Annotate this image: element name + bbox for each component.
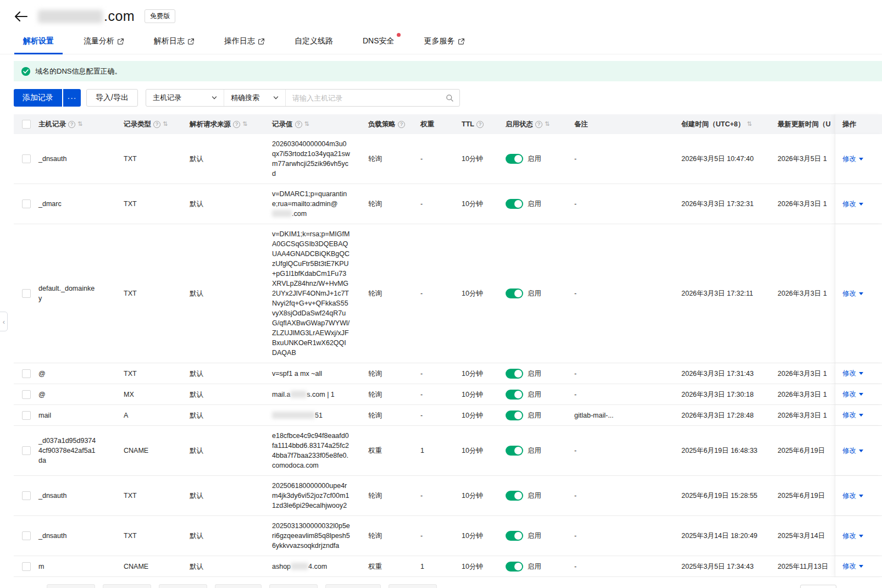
record-value: v=DMARC1;p=quarantine;rua=mailto:admin@.… bbox=[272, 189, 350, 219]
status-toggle[interactable] bbox=[506, 199, 523, 209]
column-label: 备注 bbox=[574, 119, 588, 129]
batch-button-批量删除[interactable]: 批量删除 bbox=[389, 584, 437, 588]
caret-down-icon bbox=[859, 393, 863, 396]
status-toggle[interactable] bbox=[506, 531, 523, 541]
sort-icon[interactable]: ⇅ bbox=[304, 119, 309, 129]
import-export-button[interactable]: 导入/导出 bbox=[86, 89, 138, 107]
modify-button[interactable]: 修改 bbox=[842, 562, 863, 571]
host-record-cell: mail bbox=[38, 405, 124, 425]
column-label: 解析请求来源 bbox=[190, 119, 231, 129]
column-header-解析请求来源[interactable]: 解析请求来源?⇅ bbox=[190, 114, 272, 134]
page-header: .com 免费版 bbox=[0, 0, 882, 30]
tab-自定义线路[interactable]: 自定义线路 bbox=[292, 36, 335, 54]
sort-icon[interactable]: ⇅ bbox=[163, 119, 168, 129]
batch-button-更换分组[interactable]: 更换分组 bbox=[159, 584, 207, 588]
help-icon[interactable]: ? bbox=[233, 121, 240, 128]
row-checkbox-cell bbox=[14, 363, 38, 384]
batch-button-修改TTL[interactable]: 修改TTL bbox=[215, 584, 262, 588]
modify-label: 修改 bbox=[842, 446, 856, 456]
status-toggle[interactable] bbox=[506, 390, 523, 400]
tab-解析日志[interactable]: 解析日志 bbox=[152, 36, 197, 54]
column-header-主机记录[interactable]: 主机记录?⇅ bbox=[38, 114, 124, 134]
modify-button[interactable]: 修改 bbox=[842, 531, 863, 541]
back-arrow-icon[interactable] bbox=[14, 9, 30, 24]
record-type-cell: TXT bbox=[124, 224, 190, 363]
status-label: 启用 bbox=[528, 411, 541, 420]
help-icon[interactable]: ? bbox=[295, 121, 302, 128]
tab-流量分析[interactable]: 流量分析 bbox=[81, 36, 126, 54]
row-checkbox[interactable] bbox=[22, 154, 31, 163]
table-row: _d037a1d95d93744cf90378e42af5a1daCNAME默认… bbox=[14, 426, 882, 476]
status-toggle[interactable] bbox=[506, 562, 523, 572]
status-label: 启用 bbox=[528, 154, 541, 164]
modify-button[interactable]: 修改 bbox=[842, 369, 863, 378]
column-header-启用状态[interactable]: 启用状态?⇅ bbox=[506, 114, 574, 134]
help-icon[interactable]: ? bbox=[153, 121, 160, 128]
modify-button[interactable]: 修改 bbox=[842, 154, 863, 164]
row-checkbox[interactable] bbox=[22, 491, 31, 500]
modify-button[interactable]: 修改 bbox=[842, 289, 863, 298]
add-record-button[interactable]: 添加记录 bbox=[14, 89, 62, 107]
batch-button-修改记录值[interactable]: 修改记录值 bbox=[325, 584, 381, 588]
tab-DNS安全[interactable]: DNS安全 bbox=[360, 36, 397, 54]
help-icon[interactable]: ? bbox=[535, 121, 542, 128]
host-record-select[interactable]: 主机记录 bbox=[146, 90, 224, 106]
column-header-记录类型[interactable]: 记录类型?⇅ bbox=[124, 114, 190, 134]
redacted-value bbox=[272, 412, 315, 419]
modify-button[interactable]: 修改 bbox=[842, 390, 863, 399]
tab-更多服务[interactable]: 更多服务 bbox=[422, 36, 467, 54]
search-icon[interactable] bbox=[441, 94, 459, 102]
row-checkbox[interactable] bbox=[22, 411, 31, 420]
host-record-cell: @ bbox=[38, 384, 124, 404]
search-input[interactable] bbox=[286, 90, 441, 106]
modify-button[interactable]: 修改 bbox=[842, 199, 863, 209]
select-all-checkbox[interactable] bbox=[22, 120, 31, 129]
page-size-select[interactable]: 10 bbox=[800, 585, 836, 588]
status-toggle[interactable] bbox=[506, 369, 523, 379]
tab-操作日志[interactable]: 操作日志 bbox=[222, 36, 267, 54]
modify-button[interactable]: 修改 bbox=[842, 446, 863, 456]
row-checkbox[interactable] bbox=[22, 289, 31, 298]
row-checkbox[interactable] bbox=[22, 199, 31, 208]
status-label: 启用 bbox=[528, 531, 541, 541]
modify-button[interactable]: 修改 bbox=[842, 491, 863, 501]
sort-icon[interactable]: ⇅ bbox=[242, 119, 247, 129]
batch-button-批量启用[interactable]: 批量启用 bbox=[47, 584, 95, 588]
sort-icon[interactable]: ⇅ bbox=[545, 119, 550, 129]
column-header-记录值[interactable]: 记录值?⇅ bbox=[272, 114, 368, 134]
row-checkbox[interactable] bbox=[22, 562, 31, 571]
sidebar-collapse-handle[interactable]: ‹ bbox=[0, 312, 8, 331]
status-toggle[interactable] bbox=[506, 446, 523, 456]
ttl-cell: 10分钟 bbox=[462, 363, 506, 384]
status-toggle[interactable] bbox=[506, 411, 523, 420]
pagination: 每页显示 10 共 13 条 ‹ bbox=[764, 585, 882, 588]
row-checkbox[interactable] bbox=[22, 446, 31, 455]
load-policy-cell: 轮询 bbox=[368, 224, 420, 363]
row-checkbox[interactable] bbox=[22, 369, 31, 378]
row-checkbox-cell bbox=[14, 405, 38, 425]
column-header-创建时间（UTC+8）[interactable]: 创建时间（UTC+8）⇅ bbox=[681, 114, 778, 134]
status-toggle[interactable] bbox=[506, 491, 523, 501]
line-source-cell: 默认 bbox=[190, 224, 272, 363]
sort-icon[interactable]: ⇅ bbox=[747, 119, 752, 129]
column-label: 主机记录 bbox=[38, 119, 66, 129]
search-mode-select-value: 精确搜索 bbox=[231, 93, 259, 103]
search-mode-select[interactable]: 精确搜索 bbox=[224, 90, 286, 106]
tab-解析设置[interactable]: 解析设置 bbox=[21, 36, 56, 54]
row-checkbox[interactable] bbox=[22, 531, 31, 540]
help-icon[interactable]: ? bbox=[68, 121, 75, 128]
help-icon[interactable]: ? bbox=[476, 121, 484, 128]
tab-label: 解析设置 bbox=[23, 36, 54, 46]
footer-bar: 批量启用批量暂停更换分组修改TTL修改权重修改记录值批量删除 每页显示 10 共… bbox=[14, 584, 882, 588]
help-icon[interactable]: ? bbox=[398, 121, 405, 128]
more-actions-button[interactable]: ··· bbox=[63, 89, 81, 107]
status-toggle[interactable] bbox=[506, 289, 523, 298]
row-checkbox[interactable] bbox=[22, 390, 31, 399]
status-label: 启用 bbox=[528, 289, 541, 298]
batch-button-修改权重[interactable]: 修改权重 bbox=[269, 584, 318, 588]
modify-label: 修改 bbox=[842, 491, 856, 501]
batch-button-批量暂停[interactable]: 批量暂停 bbox=[103, 584, 151, 588]
status-toggle[interactable] bbox=[506, 154, 523, 164]
sort-icon[interactable]: ⇅ bbox=[77, 119, 82, 129]
modify-button[interactable]: 修改 bbox=[842, 411, 863, 420]
